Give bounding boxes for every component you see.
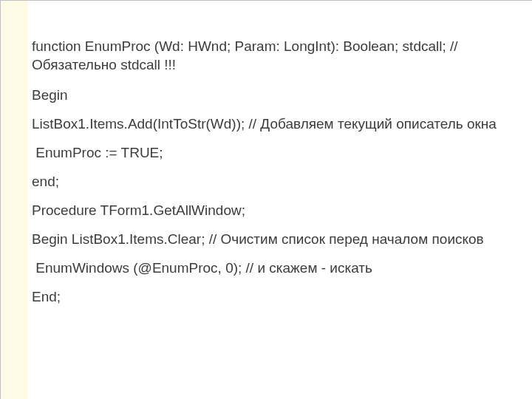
code-line: Begin ListBox1.Items.Clear; // Очистим с… xyxy=(32,225,510,254)
code-line: EnumWindows (@EnumProc, 0); // и скажем … xyxy=(32,254,510,283)
code-line: Procedure TForm1.GetAllWindow; xyxy=(32,197,510,225)
code-line: function EnumProc (Wd: HWnd; Param: Long… xyxy=(32,38,510,74)
code-document: function EnumProc (Wd: HWnd; Param: Long… xyxy=(0,0,532,399)
code-line: end; xyxy=(32,168,510,197)
code-line: ListBox1.Items.Add(IntToStr(Wd)); // Доб… xyxy=(32,110,510,139)
code-line: End; xyxy=(32,283,510,312)
code-line: Begin xyxy=(32,81,510,110)
code-line: EnumProc := TRUE; xyxy=(32,139,510,168)
